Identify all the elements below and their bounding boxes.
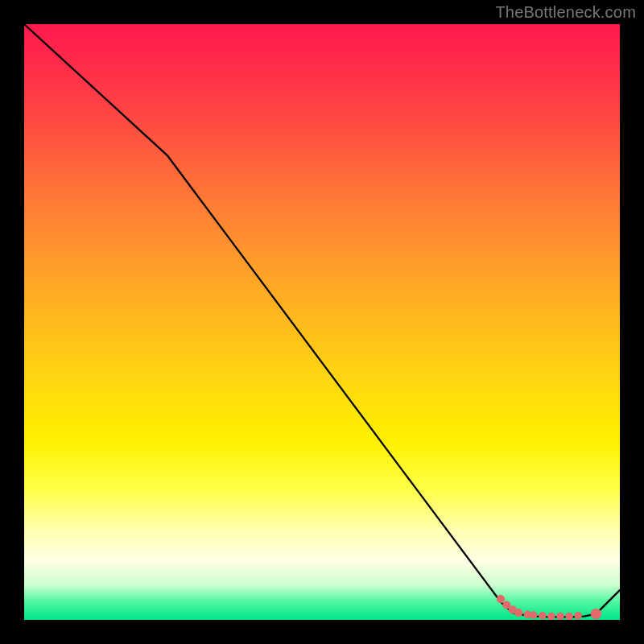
marker-point: [497, 595, 505, 603]
watermark-text: TheBottleneck.com: [495, 3, 636, 22]
marker-point: [565, 613, 573, 620]
marker-point: [574, 612, 582, 620]
marker-point: [539, 612, 547, 620]
bottleneck-curve-line: [24, 24, 620, 617]
marker-point: [547, 613, 555, 620]
chart-plot-area: [24, 24, 620, 620]
chart-svg: [24, 24, 620, 620]
marker-point: [591, 609, 601, 619]
marker-point: [530, 611, 538, 619]
marker-point: [514, 609, 522, 617]
marker-point: [556, 613, 564, 620]
